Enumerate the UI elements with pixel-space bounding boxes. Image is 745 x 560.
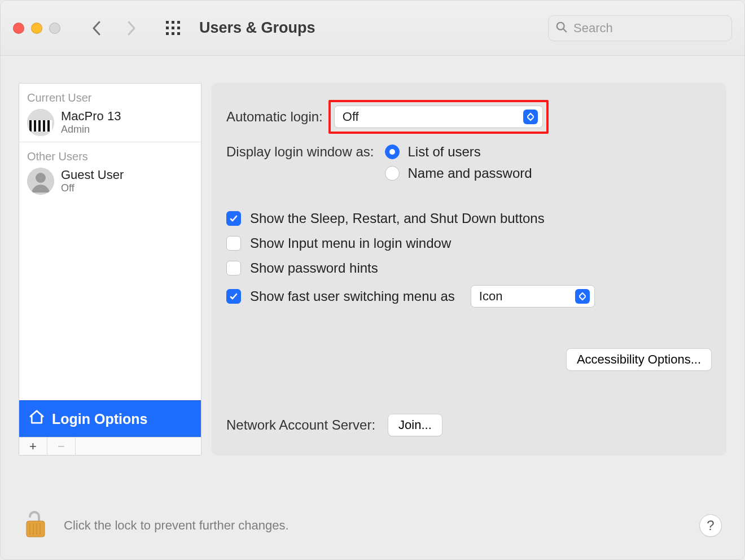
unlock-icon[interactable] bbox=[23, 509, 48, 542]
search-field[interactable] bbox=[548, 15, 732, 41]
svg-rect-3 bbox=[166, 27, 169, 29]
svg-rect-0 bbox=[166, 21, 169, 24]
svg-rect-13 bbox=[34, 120, 36, 132]
svg-rect-16 bbox=[47, 120, 50, 132]
radio-icon bbox=[385, 145, 400, 159]
lock-message: Click the lock to prevent further change… bbox=[64, 518, 289, 533]
nav-buttons bbox=[89, 17, 139, 40]
back-button[interactable] bbox=[89, 17, 106, 40]
svg-rect-19 bbox=[41, 120, 43, 132]
chk-fastswitch-label: Show fast user switching menu as bbox=[250, 288, 455, 304]
titlebar: Users & Groups bbox=[1, 1, 744, 56]
guest-user-status: Off bbox=[61, 182, 124, 194]
window-title: Users & Groups bbox=[199, 19, 315, 37]
guest-user-name: Guest User bbox=[61, 168, 124, 182]
forward-button[interactable] bbox=[122, 17, 139, 40]
window-controls bbox=[13, 23, 60, 34]
radio-list-label: List of users bbox=[407, 144, 480, 160]
close-window-button[interactable] bbox=[13, 23, 24, 34]
checkbox-icon bbox=[226, 211, 241, 226]
current-user-role: Admin bbox=[61, 124, 121, 135]
chk-hints-label: Show password hints bbox=[250, 260, 378, 276]
sidebar-toolbar: + − bbox=[19, 437, 201, 455]
guest-user-row[interactable]: Guest User Off bbox=[19, 164, 201, 200]
content-area: Current User MacPro 13 Admin Other Users… bbox=[1, 56, 744, 492]
footer: Click the lock to prevent further change… bbox=[1, 492, 744, 559]
current-user-label: Current User bbox=[19, 84, 201, 106]
automatic-login-highlight: Off bbox=[328, 100, 549, 134]
svg-rect-7 bbox=[172, 32, 174, 35]
join-button[interactable]: Join... bbox=[388, 414, 442, 436]
svg-rect-12 bbox=[29, 120, 32, 132]
login-options-label: Login Options bbox=[52, 411, 147, 427]
home-icon bbox=[28, 409, 45, 429]
automatic-login-label: Automatic login: bbox=[226, 109, 323, 125]
svg-line-10 bbox=[563, 29, 566, 32]
network-account-server-label: Network Account Server: bbox=[226, 417, 375, 433]
search-icon bbox=[555, 21, 568, 36]
svg-rect-2 bbox=[177, 21, 180, 24]
svg-rect-21 bbox=[50, 120, 52, 132]
settings-pane: Automatic login: Off Display login windo… bbox=[212, 83, 726, 456]
accessibility-options-button[interactable]: Accessibility Options... bbox=[566, 348, 712, 371]
guest-user-avatar bbox=[27, 168, 54, 195]
users-sidebar: Current User MacPro 13 Admin Other Users… bbox=[19, 83, 201, 456]
svg-rect-8 bbox=[177, 32, 180, 35]
zoom-window-button[interactable] bbox=[49, 23, 60, 34]
login-options-row[interactable]: Login Options bbox=[19, 400, 201, 437]
other-users-label: Other Users bbox=[19, 142, 201, 164]
svg-rect-1 bbox=[172, 21, 174, 24]
radio-namepw-label: Name and password bbox=[407, 165, 532, 181]
current-user-avatar bbox=[27, 109, 54, 136]
chk-sleep-label: Show the Sleep, Restart, and Shut Down b… bbox=[250, 211, 545, 226]
svg-rect-4 bbox=[172, 27, 174, 29]
radio-list-of-users[interactable]: List of users bbox=[385, 144, 532, 160]
help-button[interactable]: ? bbox=[699, 514, 722, 537]
popup-arrows-icon bbox=[523, 110, 538, 124]
svg-rect-18 bbox=[36, 120, 38, 132]
radio-name-password[interactable]: Name and password bbox=[385, 165, 532, 181]
add-user-button[interactable]: + bbox=[19, 438, 47, 456]
search-input[interactable] bbox=[573, 21, 725, 36]
minimize-window-button[interactable] bbox=[31, 23, 42, 34]
checkbox-fast-user-switching[interactable]: Show fast user switching menu as Icon bbox=[226, 285, 712, 308]
users-groups-window: Users & Groups Current User MacPro 13 Ad… bbox=[0, 0, 745, 560]
svg-rect-24 bbox=[27, 521, 45, 537]
current-user-name: MacPro 13 bbox=[61, 110, 121, 123]
chk-input-label: Show Input menu in login window bbox=[250, 235, 451, 251]
radio-icon bbox=[385, 166, 400, 181]
fast-user-switching-popup[interactable]: Icon bbox=[471, 285, 595, 308]
checkbox-icon bbox=[226, 261, 241, 275]
display-login-label: Display login window as: bbox=[226, 144, 374, 160]
svg-rect-15 bbox=[43, 120, 45, 132]
popup-arrows-icon bbox=[575, 289, 590, 304]
checkbox-sleep-restart[interactable]: Show the Sleep, Restart, and Shut Down b… bbox=[226, 211, 712, 226]
automatic-login-value: Off bbox=[343, 110, 518, 124]
svg-rect-14 bbox=[38, 120, 41, 132]
checkbox-password-hints[interactable]: Show password hints bbox=[226, 260, 712, 276]
automatic-login-popup[interactable]: Off bbox=[334, 106, 543, 128]
show-all-button[interactable] bbox=[162, 17, 185, 40]
svg-rect-17 bbox=[32, 120, 34, 132]
svg-point-23 bbox=[36, 173, 46, 183]
svg-rect-6 bbox=[166, 32, 169, 35]
checkbox-icon bbox=[226, 289, 241, 304]
remove-user-button[interactable]: − bbox=[47, 438, 76, 456]
checkbox-input-menu[interactable]: Show Input menu in login window bbox=[226, 235, 712, 251]
fast-user-switching-value: Icon bbox=[479, 289, 569, 304]
checkbox-icon bbox=[226, 236, 241, 251]
current-user-row[interactable]: MacPro 13 Admin bbox=[19, 106, 201, 142]
svg-rect-5 bbox=[177, 27, 180, 29]
svg-rect-20 bbox=[45, 120, 47, 132]
